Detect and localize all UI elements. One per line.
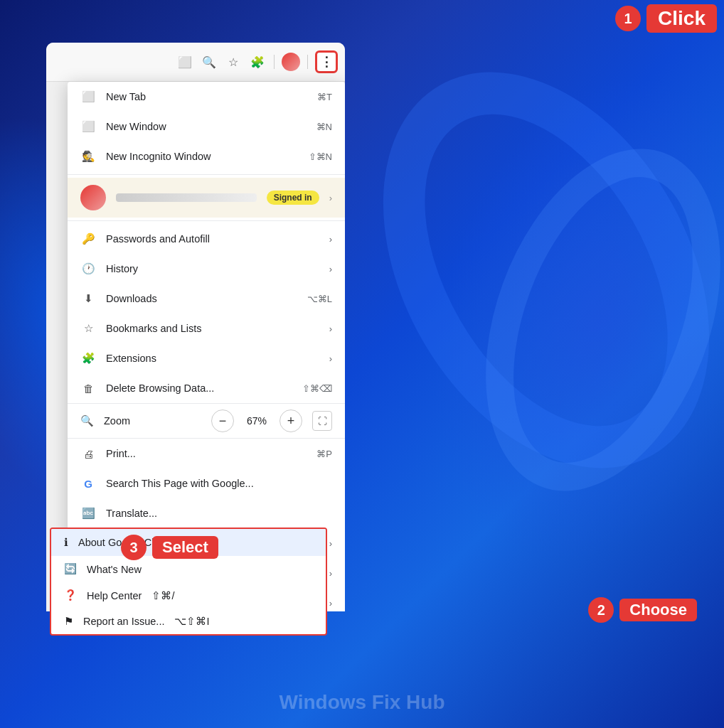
menu-item-passwords[interactable]: 🔑 Passwords and Autofill › [68, 224, 345, 254]
history-icon: 🕐 [80, 261, 96, 277]
delete-icon: 🗑 [80, 380, 96, 396]
report-issue-item[interactable]: ⚑ Report an Issue... ⌥⇧⌘I [51, 609, 326, 634]
new-tab-icon: ⬜ [80, 89, 96, 105]
menu-item-search-page[interactable]: G Search This Page with Google... [68, 469, 345, 498]
menu-item-translate[interactable]: 🔤 Translate... [68, 498, 345, 528]
step-1-badge: 1 [615, 6, 641, 31]
bookmarks-arrow-icon: › [329, 323, 332, 334]
menu-item-bookmarks[interactable]: ☆ Bookmarks and Lists › [68, 314, 345, 343]
separator-1 [68, 174, 345, 175]
save-share-arrow-icon: › [329, 568, 332, 579]
extensions-icon: 🧩 [80, 350, 96, 366]
three-dot-menu-button[interactable]: ⋮ [315, 50, 338, 73]
step-2-badge: 2 [588, 597, 614, 623]
signed-in-arrow-icon: › [329, 193, 332, 203]
bookmark-star-icon[interactable]: ☆ [224, 53, 243, 71]
menu-item-extensions[interactable]: 🧩 Extensions › [68, 343, 345, 373]
passwords-arrow-icon: › [329, 234, 332, 245]
bookmarks-icon: ☆ [80, 321, 96, 336]
incognito-icon: 🕵 [80, 149, 96, 164]
toolbar-divider-2 [307, 55, 308, 69]
separator-2 [68, 220, 345, 221]
whats-new-icon: 🔄 [64, 563, 77, 575]
find-arrow-icon: › [329, 538, 332, 549]
zoom-fullscreen-button[interactable]: ⛶ [312, 411, 332, 431]
menu-item-incognito[interactable]: 🕵 New Incognito Window ⇧⌘N [68, 141, 345, 171]
new-window-icon: ⬜ [80, 119, 96, 134]
downloads-icon: ⬇ [80, 291, 96, 306]
step-1-text: Click [646, 4, 717, 33]
zoom-row: 🔍 Zoom − 67% + ⛶ [68, 403, 345, 439]
menu-item-new-window[interactable]: ⬜ New Window ⌘N [68, 112, 345, 141]
signed-in-email-blur [116, 193, 257, 202]
step-2-text: Choose [619, 599, 697, 621]
report-icon: ⚑ [64, 616, 73, 627]
tab-icon[interactable]: ⬜ [176, 53, 194, 71]
history-arrow-icon: › [329, 264, 332, 274]
help-center-item[interactable]: ❓ Help Center ⇧⌘/ [51, 582, 326, 609]
signed-in-avatar [80, 185, 106, 210]
profile-avatar-icon[interactable] [282, 53, 300, 71]
extension-icon[interactable]: 🧩 [248, 53, 267, 71]
extensions-arrow-icon: › [329, 353, 332, 364]
menu-item-print[interactable]: 🖨 Print... ⌘P [68, 439, 345, 469]
more-tools-arrow-icon: › [329, 598, 332, 609]
chrome-toolbar: ⬜ 🔍 ☆ 🧩 ⋮ [46, 43, 345, 82]
signed-in-row[interactable]: Signed in › [68, 178, 345, 218]
menu-item-delete-data[interactable]: 🗑 Delete Browsing Data... ⇧⌘⌫ [68, 373, 345, 403]
menu-item-history[interactable]: 🕐 History › [68, 254, 345, 284]
zoom-value: 67% [244, 415, 270, 427]
help-center-icon: ❓ [64, 589, 77, 601]
about-info-icon: ℹ [64, 537, 68, 548]
passwords-icon: 🔑 [80, 231, 96, 247]
step-2-choose-label: 2 Choose [588, 597, 697, 623]
browser-window: ⬜ 🔍 ☆ 🧩 ⋮ ⬜ New Tab ⌘T ⬜ New Window ⌘N � [46, 43, 345, 611]
menu-item-downloads[interactable]: ⬇ Downloads ⌥⌘L [68, 284, 345, 314]
print-icon: 🖨 [80, 446, 96, 461]
signed-in-badge: Signed in [267, 191, 319, 205]
translate-icon: 🔤 [80, 505, 96, 521]
step-3-select-label: 3 Select [121, 535, 218, 560]
google-g-icon: G [80, 476, 96, 491]
zoom-icon: 🔍 [80, 414, 94, 427]
menu-item-new-tab[interactable]: ⬜ New Tab ⌘T [68, 82, 345, 112]
toolbar-divider-1 [274, 55, 275, 69]
search-icon[interactable]: 🔍 [200, 53, 218, 71]
step-3-text: Select [152, 536, 218, 559]
zoom-minus-button[interactable]: − [211, 410, 234, 432]
step-1-click-label: 1 Click [615, 4, 717, 33]
about-submenu-list: 🔄 What's New ❓ Help Center ⇧⌘/ ⚑ Report … [51, 556, 326, 634]
zoom-plus-button[interactable]: + [280, 410, 302, 432]
step-3-badge: 3 [121, 535, 147, 560]
